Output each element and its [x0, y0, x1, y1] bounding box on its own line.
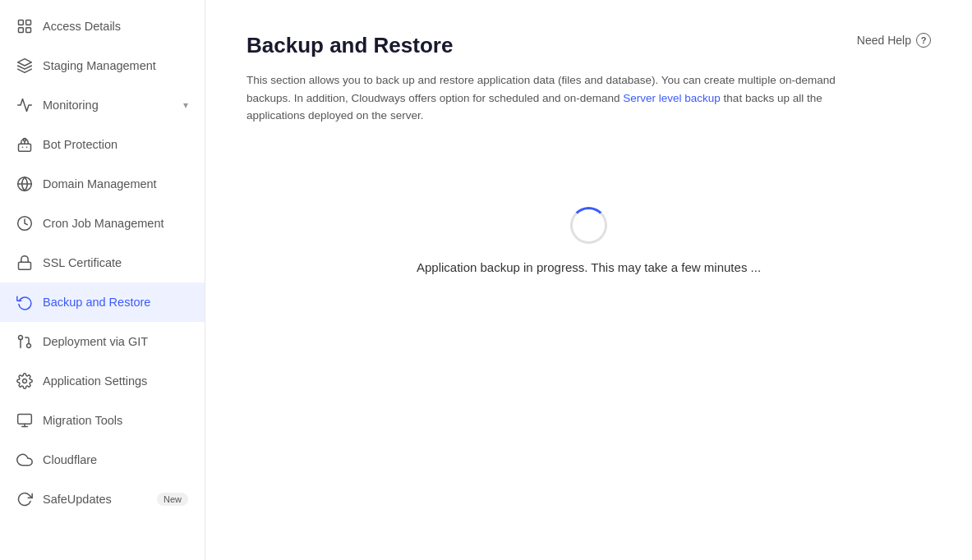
- sidebar-item-label: SSL Certificate: [43, 256, 122, 269]
- clock-icon: [16, 215, 33, 232]
- refresh-icon: [16, 491, 33, 507]
- svg-point-16: [23, 379, 27, 383]
- sidebar-item-label: Staging Management: [43, 59, 156, 72]
- page-header: Backup and Restore Need Help ?: [246, 33, 931, 58]
- svg-rect-12: [19, 262, 31, 269]
- sidebar: Access Details Staging Management Monito…: [0, 0, 205, 560]
- migration-icon: [16, 412, 33, 429]
- sidebar-item-cloudflare[interactable]: Cloudflare: [0, 440, 205, 480]
- sidebar-item-label: Cloudflare: [43, 453, 97, 466]
- page-description: This section allows you to back up and r…: [246, 71, 871, 125]
- new-badge: New: [157, 493, 188, 506]
- grid-icon: [16, 18, 33, 34]
- sidebar-item-migration-tools[interactable]: Migration Tools: [0, 401, 205, 440]
- bot-icon: [16, 136, 33, 153]
- page-title: Backup and Restore: [246, 33, 453, 58]
- help-circle-icon: ?: [916, 33, 931, 48]
- sidebar-item-label: Bot Protection: [43, 138, 117, 151]
- main-content: Backup and Restore Need Help ? This sect…: [205, 0, 972, 560]
- sidebar-item-label: Domain Management: [43, 177, 157, 190]
- need-help-label: Need Help: [857, 34, 911, 47]
- sidebar-item-application-settings[interactable]: Application Settings: [0, 361, 205, 401]
- svg-rect-1: [26, 21, 31, 25]
- sidebar-item-label: Application Settings: [43, 374, 147, 388]
- lock-icon: [16, 255, 33, 271]
- sidebar-item-label: Access Details: [43, 20, 121, 33]
- sidebar-item-label: Backup and Restore: [43, 296, 150, 309]
- sidebar-item-label: Deployment via GIT: [43, 335, 148, 348]
- sidebar-item-domain-management[interactable]: Domain Management: [0, 164, 205, 204]
- git-icon: [16, 333, 33, 350]
- sidebar-item-monitoring[interactable]: Monitoring ▾: [0, 85, 205, 125]
- loading-text: Application backup in progress. This may…: [417, 260, 761, 274]
- loading-spinner: [570, 207, 607, 244]
- sidebar-item-safeupdates[interactable]: SafeUpdates New: [0, 480, 205, 519]
- sidebar-item-access-details[interactable]: Access Details: [0, 7, 205, 46]
- svg-point-7: [22, 147, 24, 149]
- server-level-backup-link[interactable]: Server level backup: [623, 92, 721, 104]
- sidebar-item-label: Cron Job Management: [43, 217, 164, 230]
- globe-icon: [16, 176, 33, 192]
- svg-rect-2: [19, 28, 24, 33]
- settings-icon: [16, 373, 33, 389]
- layers-icon: [16, 57, 33, 74]
- sidebar-item-staging-management[interactable]: Staging Management: [0, 46, 205, 85]
- loading-container: Application backup in progress. This may…: [246, 207, 931, 274]
- svg-rect-3: [26, 28, 31, 33]
- svg-marker-4: [18, 59, 32, 66]
- svg-rect-0: [19, 21, 24, 25]
- cloud-icon: [16, 452, 33, 468]
- svg-point-8: [26, 147, 28, 149]
- sidebar-item-bot-protection[interactable]: Bot Protection: [0, 125, 205, 164]
- sidebar-item-label: Migration Tools: [43, 414, 122, 427]
- sidebar-item-deployment-via-git[interactable]: Deployment via GIT: [0, 322, 205, 361]
- need-help-button[interactable]: Need Help ?: [857, 33, 931, 48]
- chart-icon: [16, 97, 33, 113]
- sidebar-item-label: Monitoring: [43, 99, 99, 112]
- sidebar-item-cron-job-management[interactable]: Cron Job Management: [0, 204, 205, 243]
- svg-rect-5: [19, 144, 31, 151]
- sidebar-item-ssl-certificate[interactable]: SSL Certificate: [0, 243, 205, 282]
- svg-rect-17: [18, 415, 32, 425]
- chevron-down-icon: ▾: [183, 99, 188, 111]
- sidebar-item-label: SafeUpdates: [43, 493, 112, 506]
- sidebar-item-backup-and-restore[interactable]: Backup and Restore: [0, 282, 205, 322]
- backup-icon: [16, 294, 33, 310]
